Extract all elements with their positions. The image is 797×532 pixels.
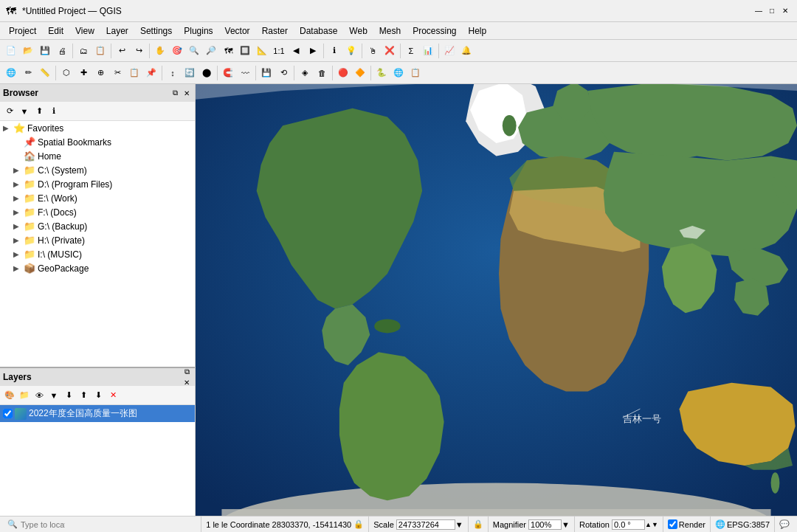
layers-move-bottom-button[interactable]: ⬇ — [92, 389, 105, 402]
pan-to-selection-button[interactable]: 🎯 — [169, 43, 185, 59]
layers-open-layerstyle-button[interactable]: 🎨 — [3, 389, 16, 402]
save-as-button[interactable]: 🖨 — [54, 43, 70, 59]
menu-item-project[interactable]: Project — [3, 24, 42, 38]
python-console-button[interactable]: 🐍 — [373, 65, 390, 81]
menu-item-help[interactable]: Help — [463, 24, 493, 38]
browser-tree-item[interactable]: 📌Spatial Bookmarks — [0, 135, 195, 149]
zoom-layer-button[interactable]: 📐 — [254, 43, 270, 59]
add-ring-button[interactable]: ⊕ — [92, 65, 108, 81]
browser-tree-item[interactable]: ▶📁F:\ (Docs) — [0, 205, 195, 219]
layers-move-top-button[interactable]: ⬆ — [77, 389, 90, 402]
scale-feature-button[interactable]: ⬤ — [199, 65, 215, 81]
messages-item[interactable]: 💬 — [775, 517, 794, 532]
rotation-up-icon[interactable]: ▲ — [645, 521, 652, 528]
browser-tree-item[interactable]: ▶📁E:\ (Work) — [0, 191, 195, 205]
maximize-button[interactable]: □ — [766, 5, 778, 17]
browser-tree-item[interactable]: ▶📁G:\ (Backup) — [0, 219, 195, 233]
scale-input[interactable] — [396, 519, 455, 530]
layers-float-button[interactable]: ⧉ — [182, 367, 192, 377]
add-feature-button[interactable]: ✚ — [75, 65, 92, 81]
zoom-last-button[interactable]: ◀ — [288, 43, 304, 59]
menu-item-database[interactable]: Database — [294, 24, 343, 38]
magnifier-input[interactable] — [528, 519, 562, 530]
scale-dropdown-icon[interactable]: ▼ — [455, 520, 463, 529]
browser-tree[interactable]: ▶⭐Favorites📌Spatial Bookmarks🏠Home▶📁C:\ … — [0, 121, 195, 367]
layers-add-group-button[interactable]: 📁 — [18, 389, 31, 402]
menu-item-layer[interactable]: Layer — [100, 24, 134, 38]
rollback-edits-button[interactable]: ⟲ — [275, 65, 291, 81]
print-layout-button[interactable]: 🗂 — [75, 43, 92, 59]
measure-button[interactable]: 📏 — [37, 65, 53, 81]
rotate-feature-button[interactable]: 🔄 — [182, 65, 198, 81]
new-project-button[interactable]: 📄 — [3, 43, 19, 59]
cut-feature-button[interactable]: ✂ — [109, 65, 125, 81]
layers-list[interactable]: 2022年度全国高质量一张图 — [0, 405, 195, 516]
deselect-features-button[interactable]: ❌ — [382, 43, 398, 59]
pan-map-button[interactable]: ✋ — [152, 43, 168, 59]
delete-selected-button[interactable]: 🗑 — [314, 65, 330, 81]
menu-item-processing[interactable]: Processing — [407, 24, 462, 38]
menu-item-plugins[interactable]: Plugins — [178, 24, 218, 38]
browser-tree-item[interactable]: 🏠Home — [0, 149, 195, 163]
browser-refresh-button[interactable]: ⟳ — [3, 105, 16, 118]
browser-tree-item[interactable]: ▶⭐Favorites — [0, 121, 195, 135]
rotation-down-icon[interactable]: ▼ — [652, 521, 658, 528]
pencil-button[interactable]: ✏ — [20, 65, 36, 81]
layer-visibility-checkbox[interactable] — [3, 409, 13, 418]
qgis-server-button[interactable]: 🌐 — [390, 65, 407, 81]
browser-tree-item[interactable]: ▶📁H:\ (Private) — [0, 233, 195, 247]
map-canvas-area[interactable]: 吉林一号 — [196, 84, 797, 516]
browser-tree-item[interactable]: ▶📁D:\ (Program Files) — [0, 177, 195, 191]
zoom-out-button[interactable]: 🔎 — [203, 43, 219, 59]
digitize-shape-button[interactable]: 🔶 — [352, 65, 368, 81]
open-field-calc-button[interactable]: Σ — [403, 43, 419, 59]
paste-feature-button[interactable]: 📌 — [143, 65, 159, 81]
georeferencer-button[interactable]: 📋 — [407, 65, 424, 81]
copy-feature-button[interactable]: 📋 — [126, 65, 142, 81]
layers-filter-button[interactable]: ▼ — [47, 389, 61, 402]
save-edits-button[interactable]: 💾 — [258, 65, 275, 81]
browser-tree-item[interactable]: ▶📁I:\ (MUSIC) — [0, 247, 195, 261]
reports-button[interactable]: 📋 — [92, 43, 108, 59]
locate-input[interactable] — [21, 520, 65, 529]
menu-item-web[interactable]: Web — [343, 24, 373, 38]
browser-tree-item[interactable]: ▶📁C:\ (System) — [0, 163, 195, 177]
menu-item-view[interactable]: View — [69, 24, 100, 38]
menu-item-vector[interactable]: Vector — [219, 24, 256, 38]
menu-item-edit[interactable]: Edit — [42, 24, 69, 38]
move-feature-button[interactable]: ↕ — [165, 65, 181, 81]
browser-collapse-button[interactable]: ⬆ — [32, 105, 46, 118]
menu-item-settings[interactable]: Settings — [134, 24, 178, 38]
topological-editing-button[interactable]: ◈ — [297, 65, 313, 81]
close-button[interactable]: ✕ — [779, 5, 791, 17]
zoom-full-button[interactable]: 🗺 — [220, 43, 236, 59]
menu-item-mesh[interactable]: Mesh — [373, 24, 407, 38]
locator-filter-button[interactable]: 🔔 — [458, 43, 475, 59]
zoom-native-button[interactable]: 1:1 — [271, 43, 287, 59]
node-tool-button[interactable]: ⬡ — [58, 65, 75, 81]
render-checkbox[interactable] — [668, 519, 677, 529]
redo-button[interactable]: ↪ — [131, 43, 147, 59]
browser-filter-button[interactable]: ▼ — [18, 105, 31, 118]
layers-remove-layer-button[interactable]: ✕ — [106, 389, 120, 402]
browser-float-button[interactable]: ⧉ — [170, 88, 180, 98]
open-project-button[interactable]: 📂 — [20, 43, 36, 59]
browser-properties-button[interactable]: ℹ — [47, 105, 61, 118]
magnifier-dropdown-icon[interactable]: ▼ — [562, 520, 570, 529]
save-project-button[interactable]: 💾 — [37, 43, 53, 59]
layer-style-button[interactable]: 🌐 — [3, 65, 19, 81]
epsg-item[interactable]: 🌐 EPSG:3857 — [711, 517, 775, 532]
rotation-input[interactable] — [612, 519, 645, 530]
snapping-button[interactable]: 🧲 — [220, 65, 236, 81]
show-tips-button[interactable]: 💡 — [343, 43, 359, 59]
select-features-button[interactable]: 🖱 — [365, 43, 381, 59]
fill-ring-button[interactable]: 🔴 — [335, 65, 351, 81]
layers-expand-all-button[interactable]: ⬇ — [62, 389, 75, 402]
menu-item-raster[interactable]: Raster — [256, 24, 294, 38]
identify-button[interactable]: ℹ — [326, 43, 342, 59]
zoom-next-button[interactable]: ▶ — [305, 43, 321, 59]
enable-tracing-button[interactable]: 〰 — [237, 65, 253, 81]
statistical-summary-button[interactable]: 📈 — [441, 43, 458, 59]
minimize-button[interactable]: — — [753, 5, 765, 17]
layers-visibility-button[interactable]: 👁 — [32, 389, 46, 402]
